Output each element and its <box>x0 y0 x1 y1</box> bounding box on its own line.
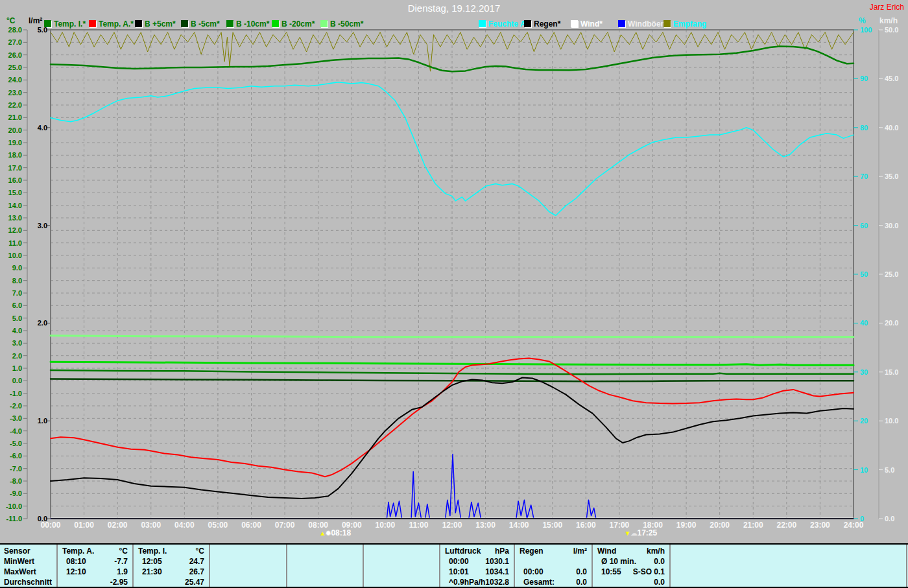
x-axis-hour-label: 10:00 <box>371 521 400 530</box>
windspeed-tick-label: 40.0 <box>885 124 907 132</box>
x-axis-hour-label: 23:00 <box>806 521 834 530</box>
x-axis-hour-label: 14:00 <box>505 521 533 530</box>
windspeed-tick-label: 0.0 <box>885 515 907 523</box>
windspeed-tick-label: 15.0 <box>885 368 907 376</box>
windspeed-tick-label: 45.0 <box>885 75 907 82</box>
x-axis-hour-label: 07:00 <box>270 521 299 530</box>
celsius-tick-label: 10.0 <box>1 252 22 259</box>
windspeed-tick-label: 30.0 <box>885 222 907 229</box>
celsius-tick-label: 25.0 <box>1 64 22 71</box>
x-axis-hour-label: 11:00 <box>404 521 433 530</box>
rain-tick-label: 4.0 <box>27 124 47 132</box>
celsius-tick-label: 11.0 <box>1 239 22 247</box>
celsius-tick-label: 12.0 <box>1 226 22 234</box>
table-cell-value: S-SO 0.1 <box>597 567 665 576</box>
table-column-separator <box>56 545 58 587</box>
x-axis-hour-label: 21:00 <box>739 521 767 530</box>
table-column-separator <box>286 545 287 587</box>
celsius-tick-label: -1.0 <box>1 390 22 397</box>
x-axis-hour-label: 20:00 <box>706 521 734 530</box>
table-cell-value: -7.7 <box>62 557 128 566</box>
table-right-border <box>906 545 907 587</box>
x-axis-hour-label: 19:00 <box>672 521 700 530</box>
celsius-tick-label: 9.0 <box>1 264 22 272</box>
rain-tick-label: 2.0 <box>27 319 47 327</box>
chart-plot <box>0 0 908 543</box>
x-axis-hour-label: 22:00 <box>772 521 801 530</box>
celsius-tick-label: 21.0 <box>1 113 22 121</box>
table-cell-value: 0.0 <box>597 557 665 566</box>
table-cell-value: 24.7 <box>138 557 204 566</box>
table-column-separator <box>363 545 364 587</box>
celsius-tick-label: 19.0 <box>1 139 22 147</box>
celsius-tick-label: -9.0 <box>1 489 22 497</box>
table-cell-value: 0.0 <box>520 578 587 587</box>
celsius-tick-label: -4.0 <box>1 427 22 435</box>
celsius-tick-label: 5.0 <box>1 314 22 322</box>
x-axis-hour-label: 03:00 <box>137 521 165 530</box>
x-axis-hour-label: 15:00 <box>538 521 567 530</box>
windspeed-tick-label: 50.0 <box>885 26 907 34</box>
stats-table: SensorMinWertMaxWertDurchschnittTemp. A.… <box>0 543 908 588</box>
table-cell-value: 0.0 <box>597 578 665 587</box>
rain-tick-label: 5.0 <box>27 26 47 34</box>
celsius-tick-label: 14.0 <box>1 202 22 209</box>
celsius-tick-label: -2.0 <box>1 402 22 410</box>
series-b_plus5 <box>51 378 854 499</box>
table-row-label: MaxWert <box>4 567 54 576</box>
celsius-tick-label: -11.0 <box>1 515 22 523</box>
table-column-unit: °C <box>62 547 128 556</box>
celsius-tick-label: 8.0 <box>1 277 22 285</box>
table-cell-value: 25.47 <box>138 578 204 587</box>
sunrise-marker-arrow-icon: ▲ <box>319 530 326 537</box>
series-feuchte_a <box>51 82 854 216</box>
celsius-tick-label: 23.0 <box>1 89 22 97</box>
table-column-separator <box>669 545 671 587</box>
celsius-tick-label: 0.0 <box>1 377 22 384</box>
celsius-tick-label: 6.0 <box>1 301 22 309</box>
humidity-tick-label: 40 <box>860 319 879 327</box>
celsius-tick-label: 4.0 <box>1 327 22 335</box>
humidity-tick-label: 100 <box>860 26 879 34</box>
table-column-separator <box>209 545 210 587</box>
celsius-tick-label: 15.0 <box>1 189 22 196</box>
table-cell-value: 26.7 <box>138 567 204 576</box>
table-cell-value: 1034.1 <box>445 567 509 576</box>
humidity-tick-label: 60 <box>860 222 879 229</box>
table-column-separator <box>591 545 593 587</box>
sunset-marker-arrow-icon: ▼ <box>625 530 631 537</box>
table-row-label: MinWert <box>4 557 54 566</box>
x-axis-hour-label: 01:00 <box>70 521 99 530</box>
table-column-separator <box>439 545 440 587</box>
sunrise-marker: ▲✹08:18 <box>319 528 351 537</box>
table-column-unit: hPa <box>445 547 509 556</box>
celsius-tick-label: -5.0 <box>1 440 22 447</box>
sunset-marker: ▼☁17:25 <box>625 528 658 537</box>
sunrise-marker-time: 08:18 <box>331 528 351 537</box>
table-column-separator <box>514 545 515 587</box>
x-axis-hour-label: 24:00 <box>839 521 868 530</box>
rain-tick-label: 3.0 <box>27 222 47 229</box>
x-axis-hour-label: 00:00 <box>36 521 65 530</box>
x-axis-hour-label: 04:00 <box>170 521 198 530</box>
weather-day-chart-screen: Dienstag, 19.12.2017 Jarz Erich °C l/m² … <box>0 0 908 588</box>
celsius-tick-label: 16.0 <box>1 176 22 184</box>
celsius-tick-label: 2.0 <box>1 352 22 360</box>
table-column-unit: °C <box>138 547 204 556</box>
windspeed-tick-label: 25.0 <box>885 270 907 278</box>
celsius-tick-label: 13.0 <box>1 214 22 222</box>
humidity-tick-label: 30 <box>860 368 879 376</box>
table-row-label: Sensor <box>4 547 54 556</box>
table-column-unit: l/m² <box>520 547 587 556</box>
moon-cloud-icon: ☁ <box>630 530 637 537</box>
windspeed-tick-label: 10.0 <box>885 417 907 425</box>
x-axis-hour-label: 16:00 <box>571 521 600 530</box>
celsius-tick-label: 3.0 <box>1 339 22 347</box>
celsius-tick-label: 27.0 <box>1 38 22 46</box>
celsius-tick-label: -6.0 <box>1 452 22 460</box>
celsius-tick-label: -7.0 <box>1 465 22 473</box>
celsius-tick-label: 28.0 <box>1 26 22 34</box>
sunset-marker-time: 17:25 <box>637 528 657 537</box>
table-cell-value: 1030.1 <box>445 557 509 566</box>
windspeed-tick-label: 5.0 <box>885 466 907 474</box>
